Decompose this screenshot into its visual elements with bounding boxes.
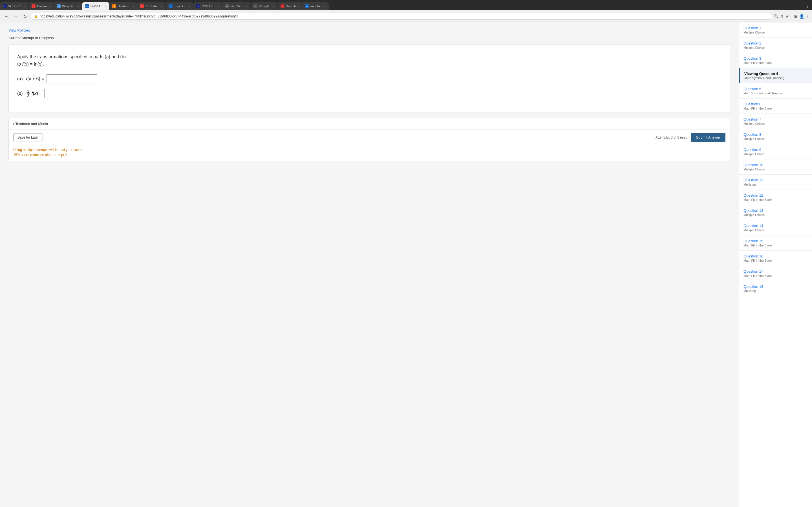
address-bar[interactable]: 🔒 https://education.wiley.com/was/ui/v2/… <box>30 13 772 20</box>
tab-close-annot[interactable]: × <box>324 5 326 8</box>
sidebar-item-title-7: Question 7 <box>744 117 808 121</box>
part-b-input[interactable] <box>44 89 95 98</box>
sidebar-item-7[interactable]: Question 7Multiple Choice <box>739 114 812 129</box>
tab-ch1[interactable]: CCh 1 Ho...× <box>137 2 165 10</box>
tab-close-wiley[interactable]: × <box>78 5 79 8</box>
sidebar-item-subtitle-10: Multiple Choice <box>744 168 808 171</box>
sidebar-item-subtitle-8: Multiple Choice <box>744 137 808 140</box>
reload-button[interactable]: ↻ <box>21 13 29 20</box>
sidebar-item-subtitle-6: Math Fill in the Blank <box>744 107 808 110</box>
sidebar-item-2[interactable]: Question 2Multiple Choice <box>739 38 812 53</box>
tab-close-ch1[interactable]: × <box>161 5 163 8</box>
sidebar-item-17[interactable]: Question 17Math Fill in the Blank <box>739 266 812 281</box>
warning-text: Using multiple attempts will impact your… <box>9 147 730 161</box>
sidebar-item-title-4: Viewing Question 4 <box>744 71 808 76</box>
question-line-2: to f(x) = ln(x). <box>17 61 721 68</box>
sidebar-item-subtitle-16: Math Fill in the Blank <box>744 259 808 262</box>
back-button[interactable]: ← <box>2 13 10 20</box>
tab-icon-annot: a <box>305 4 309 8</box>
tab-icon-search: M <box>281 4 285 8</box>
view-policies-link[interactable]: View Policies <box>8 28 730 33</box>
tab-close-topic[interactable]: × <box>189 5 190 8</box>
tab-close-gunvio[interactable]: × <box>246 5 248 8</box>
sidebar-item-title-14: Question 14 <box>744 224 808 228</box>
right-sidebar: Question 1Multiple ChoiceQuestion 2Multi… <box>739 22 812 507</box>
sidebar-item-title-17: Question 17 <box>744 269 808 274</box>
tab-topic[interactable]: TTopic C...× <box>166 2 193 10</box>
bookmark-icon[interactable]: ★ <box>785 14 789 18</box>
etextbook-body: Save for Later Attempts: 0 of 3 used Sub… <box>9 129 730 145</box>
sidebar-item-subtitle-3: Math Fill in the Blank <box>744 61 808 64</box>
tab-annot[interactable]: aannota...× <box>302 2 329 10</box>
tab-label-ch1: Ch 1 Ho... <box>146 4 160 8</box>
current-attempt-label: Current Attempt in Progress <box>8 36 730 40</box>
part-a-label: (a) <box>17 76 23 81</box>
save-later-button[interactable]: Save for Later <box>13 133 43 142</box>
sidebar-item-14[interactable]: Question 14Multiple Choice <box>739 220 812 235</box>
page-body: View Policies Current Attempt in Progres… <box>0 22 812 507</box>
sidebar-item-15[interactable]: Question 15Math Fill in the Blank <box>739 235 812 251</box>
tab-search[interactable]: MSearch× <box>278 2 302 10</box>
tab-icon-paraph: P <box>253 4 257 8</box>
tab-icon-vculib: V <box>196 4 200 8</box>
profile-icon[interactable]: 👤 <box>799 14 804 18</box>
sidebar-item-subtitle-1: Multiple Choice <box>744 31 808 34</box>
sidebar-item-1[interactable]: Question 1Multiple Choice <box>739 22 812 38</box>
sidebar-item-13[interactable]: Question 13Multiple Choice <box>739 205 812 220</box>
sidebar-item-subtitle-15: Math Fill in the Blank <box>744 244 808 247</box>
part-a-input[interactable] <box>47 74 97 83</box>
search-icon[interactable]: 🔍 <box>774 14 779 18</box>
sidebar-item-title-9: Question 9 <box>744 148 808 152</box>
sidebar-item-16[interactable]: Question 16Math Fill in the Blank <box>739 251 812 266</box>
tab-close-paraph[interactable]: × <box>273 5 274 8</box>
part-b-line: (b) 1 2 f(x) = <box>17 89 721 98</box>
sidebar-item-9[interactable]: Question 9Multiple Choice <box>739 144 812 159</box>
extension-icon[interactable]: ▫ <box>791 14 792 18</box>
tab-wiley[interactable]: WWiley W...× <box>54 2 82 10</box>
tab-nwp[interactable]: WPNWP A...× <box>82 2 109 10</box>
sidebar-item-subtitle-12: Math Fill in the Blank <box>744 198 808 202</box>
part-b-expr: 1 2 f(x) = <box>26 90 42 98</box>
sidebar-item-6[interactable]: Question 6Math Fill in the Blank <box>739 99 812 114</box>
tab-vculib[interactable]: VVCU Lib...× <box>193 2 222 10</box>
etextbook-header[interactable]: eTextbook and Media <box>9 118 730 129</box>
sidebar-item-4[interactable]: Viewing Question 4Math Symbolic and Grap… <box>739 68 812 83</box>
tab-close-vcu[interactable]: × <box>24 5 26 8</box>
submit-answer-button[interactable]: Submit Answer <box>691 133 725 142</box>
tab-close-nwp[interactable]: × <box>105 5 106 8</box>
etextbook-section: eTextbook and Media Save for Later Attem… <box>8 118 730 161</box>
tab-vcu[interactable]: VCVCU - C...× <box>0 2 29 10</box>
sidebar-item-10[interactable]: Question 10Multiple Choice <box>739 159 812 175</box>
sidebar-item-18[interactable]: Question 18Multistep <box>739 281 812 296</box>
question-card: Apply the transformations specified in p… <box>8 45 730 112</box>
forward-button[interactable]: → <box>12 13 20 20</box>
new-tab-button[interactable]: + <box>803 4 812 10</box>
sidebar-item-12[interactable]: Question 12Math Fill in the Blank <box>739 190 812 205</box>
tab-paraph[interactable]: PParaph...× <box>251 2 277 10</box>
sidebar-item-title-13: Question 13 <box>744 209 808 213</box>
tab-bar: VCVCU - C...×CCanvas×WWiley W...×WPNWP A… <box>0 0 812 10</box>
reader-icon[interactable]: ▣ <box>794 14 798 18</box>
part-a-expr: f(x + 6) = <box>26 76 44 81</box>
sidebar-item-title-18: Question 18 <box>744 284 808 289</box>
sidebar-item-title-3: Question 3 <box>744 56 808 61</box>
tab-close-search[interactable]: × <box>297 5 299 8</box>
sidebar-item-3[interactable]: Question 3Math Fill in the Blank <box>739 53 812 68</box>
tab-canvas[interactable]: CCanvas× <box>29 2 54 10</box>
tab-close-dashb[interactable]: × <box>133 5 134 8</box>
tab-gunvio[interactable]: GGun Vio...× <box>222 2 250 10</box>
tab-label-search: Search <box>286 4 296 8</box>
menu-icon[interactable]: ⋮ <box>806 14 810 18</box>
share-icon[interactable]: ⇧ <box>780 14 784 18</box>
sidebar-item-8[interactable]: Question 8Multiple Choice <box>739 129 812 144</box>
sidebar-item-title-5: Question 5 <box>744 87 808 91</box>
sidebar-item-subtitle-4: Math Symbolic and Graphing <box>744 76 808 80</box>
tab-close-vculib[interactable]: × <box>217 5 219 8</box>
tab-close-canvas[interactable]: × <box>49 5 51 8</box>
sidebar-item-title-1: Question 1 <box>744 26 808 30</box>
sidebar-item-11[interactable]: Question 11Multistep <box>739 175 812 190</box>
tab-dashb[interactable]: ★Dashbo...× <box>109 2 137 10</box>
sidebar-item-5[interactable]: Question 5Math Symbolic and Graphing <box>739 83 812 99</box>
tab-label-canvas: Canvas <box>37 4 47 8</box>
question-line-1: Apply the transformations specified in p… <box>17 53 721 61</box>
